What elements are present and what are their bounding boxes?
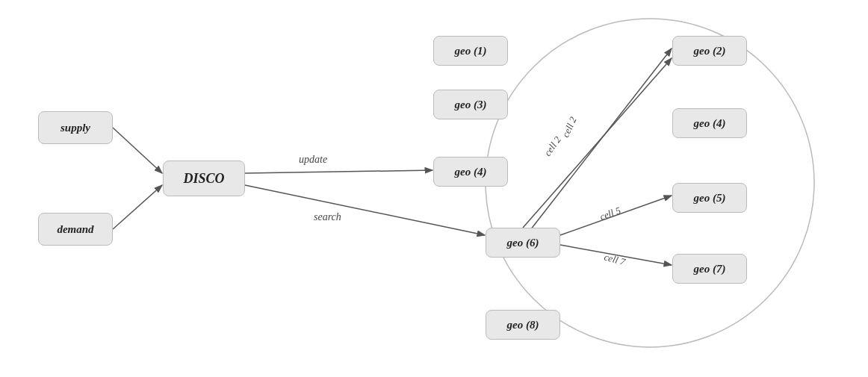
geo7-node: geo (7) — [672, 254, 747, 284]
geo6-label: geo (6) — [507, 237, 539, 249]
geo8-label: geo (8) — [507, 319, 539, 331]
supply-label: supply — [61, 122, 90, 134]
geo5-node: geo (5) — [672, 183, 747, 213]
geo4-right-label: geo (4) — [694, 117, 726, 130]
supply-node: supply — [38, 111, 113, 144]
svg-line-10 — [560, 245, 672, 265]
cell2a-label: cell 2 — [542, 134, 563, 158]
cell2b-label: cell 2 — [559, 115, 579, 140]
svg-line-4 — [113, 185, 162, 229]
update-label: update — [299, 154, 327, 165]
demand-node: demand — [38, 213, 113, 246]
svg-line-3 — [113, 128, 162, 173]
geo1-node: geo (1) — [433, 36, 508, 66]
geo3-node: geo (3) — [433, 90, 508, 119]
geo2-label: geo (2) — [694, 45, 726, 57]
svg-point-2 — [486, 19, 814, 347]
svg-line-7 — [523, 58, 672, 228]
search-label: search — [314, 211, 341, 222]
geo7-label: geo (7) — [694, 263, 726, 275]
geo4-right-node: geo (4) — [672, 108, 747, 138]
svg-line-6 — [245, 185, 485, 235]
geo6-node: geo (6) — [486, 228, 560, 258]
geo8-node: geo (8) — [486, 310, 560, 340]
geo4-left-label: geo (4) — [455, 166, 487, 178]
svg-line-9 — [560, 196, 672, 235]
geo5-label: geo (5) — [694, 192, 726, 205]
cell7-label: cell 7 — [603, 251, 627, 267]
svg-line-8 — [530, 49, 672, 230]
demand-label: demand — [57, 223, 93, 236]
disco-node: DISCO — [163, 161, 245, 196]
geo4-left-node: geo (4) — [433, 157, 508, 187]
svg-line-5 — [245, 170, 433, 173]
geo3-label: geo (3) — [455, 99, 487, 111]
disco-label: DISCO — [183, 171, 224, 187]
geo2-node: geo (2) — [672, 36, 747, 66]
geo1-label: geo (1) — [455, 45, 487, 57]
cell5-label: cell 5 — [598, 205, 622, 222]
